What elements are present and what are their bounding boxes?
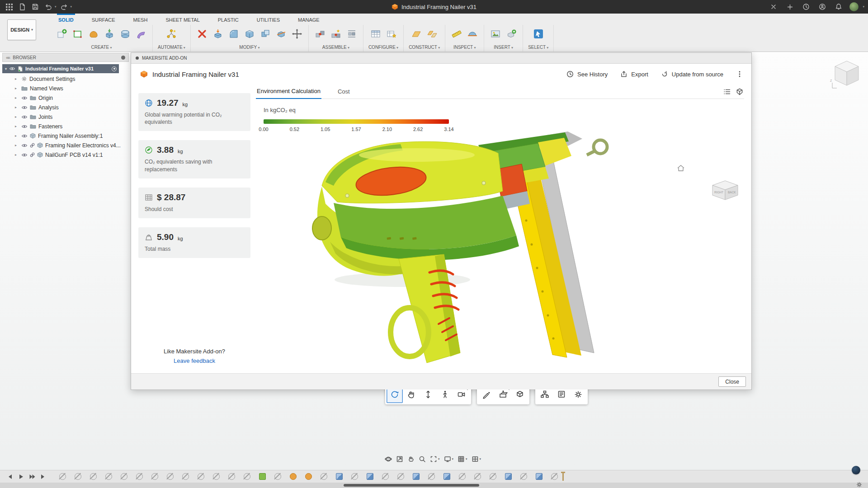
component-feature-icon[interactable]: [305, 473, 312, 480]
fast-forward-icon[interactable]: [28, 473, 36, 480]
sketch-feature-icon[interactable]: [259, 473, 266, 480]
suppressed-feature-icon[interactable]: [136, 473, 143, 480]
browser-item-fasteners[interactable]: ▸ Fasteners: [2, 122, 129, 131]
tab-environment-calculation[interactable]: Environment Calculation: [256, 88, 321, 99]
suppressed-feature-icon[interactable]: [90, 473, 97, 480]
caret-icon[interactable]: ▸: [15, 143, 19, 147]
new-component-icon[interactable]: [56, 27, 68, 41]
eye-icon[interactable]: [21, 124, 28, 129]
shell-icon[interactable]: [243, 27, 256, 41]
caret-icon[interactable]: ▸: [15, 153, 19, 157]
caret-icon[interactable]: ▸: [15, 105, 19, 109]
suppressed-feature-icon[interactable]: [551, 473, 558, 480]
canvas-icon[interactable]: [489, 27, 502, 41]
eye-icon[interactable]: [21, 115, 28, 119]
suppressed-feature-icon[interactable]: [459, 473, 466, 480]
list-view-icon[interactable]: [723, 88, 731, 95]
avatar[interactable]: [849, 2, 859, 11]
insert-mesh-icon[interactable]: [505, 27, 518, 41]
tab-cost[interactable]: Cost: [337, 88, 351, 99]
redo-caret-icon[interactable]: ▾: [71, 5, 72, 9]
eye-icon[interactable]: [21, 153, 28, 157]
rigid-group-icon[interactable]: [345, 27, 358, 41]
joint-feature-icon[interactable]: [536, 473, 542, 480]
suppressed-feature-icon[interactable]: [198, 473, 204, 480]
select-menu[interactable]: SELECT: [528, 45, 548, 50]
activate-radio-icon[interactable]: [112, 66, 117, 71]
timeline-position-marker[interactable]: [562, 473, 564, 481]
eye-icon[interactable]: [21, 105, 28, 110]
undo-icon[interactable]: [43, 2, 54, 12]
joint-feature-icon[interactable]: [336, 473, 343, 480]
browser-item-assembly[interactable]: ▸ Framing Nailer Assembly:1: [2, 131, 129, 141]
skip-start-icon[interactable]: [6, 473, 13, 480]
browser-item-pcb[interactable]: ▸ NailGunF PCB v14 v1:1: [2, 150, 129, 160]
suppressed-feature-icon[interactable]: [274, 473, 281, 480]
suppressed-feature-icon[interactable]: [228, 473, 235, 480]
configuration-table-icon[interactable]: [385, 27, 398, 41]
suppressed-feature-icon[interactable]: [182, 473, 189, 480]
suppressed-feature-icon[interactable]: [167, 473, 174, 480]
orbit-icon[interactable]: [385, 455, 392, 463]
browser-item-origin[interactable]: ▸ Origin: [2, 93, 129, 103]
delete-icon[interactable]: [196, 27, 208, 41]
mini-view-cube[interactable]: RIGHT BACK: [708, 179, 742, 202]
eye-icon[interactable]: [9, 66, 15, 71]
expand-caret-icon[interactable]: ▾: [5, 67, 7, 71]
suppressed-feature-icon[interactable]: [59, 473, 66, 480]
tab-sheet-metal[interactable]: SHEET METAL: [164, 14, 201, 25]
play-icon[interactable]: [17, 473, 24, 480]
suppressed-feature-icon[interactable]: [351, 473, 358, 480]
redo-icon[interactable]: [59, 2, 70, 12]
leave-feedback-link[interactable]: Leave feedback: [138, 357, 250, 366]
configure-icon[interactable]: [369, 27, 382, 41]
caret-icon[interactable]: ▸: [15, 115, 19, 119]
workspace-selector[interactable]: DESIGN▾: [7, 19, 36, 40]
viewports-icon[interactable]: ▾: [472, 455, 481, 463]
joint-icon[interactable]: [314, 27, 326, 41]
timeline-settings-gear-icon[interactable]: [856, 481, 863, 488]
midplane-icon[interactable]: [426, 27, 439, 41]
joint-feature-icon[interactable]: [443, 473, 450, 480]
suppressed-feature-icon[interactable]: [321, 473, 327, 480]
suppressed-feature-icon[interactable]: [151, 473, 158, 480]
skip-end-icon[interactable]: [40, 473, 47, 480]
timeline-scrollbar[interactable]: [344, 484, 479, 487]
caret-icon[interactable]: ▸: [15, 77, 19, 81]
file-icon[interactable]: [17, 2, 28, 12]
joint-feature-icon[interactable]: [413, 473, 420, 480]
suppressed-feature-icon[interactable]: [75, 473, 81, 480]
caret-icon[interactable]: ▸: [15, 86, 19, 90]
tab-surface[interactable]: SURFACE: [90, 14, 117, 25]
eye-icon[interactable]: [21, 96, 28, 100]
undo-caret-icon[interactable]: ▾: [55, 5, 57, 9]
display-settings-icon[interactable]: ▾: [444, 455, 454, 463]
tab-plastic[interactable]: PLASTIC: [217, 14, 240, 25]
suppressed-feature-icon[interactable]: [213, 473, 220, 480]
create-form-icon[interactable]: [87, 27, 100, 41]
look-at-icon[interactable]: [396, 455, 403, 463]
revolve-icon[interactable]: [119, 27, 132, 41]
configure-menu[interactable]: CONFIGURE: [368, 45, 398, 50]
component-feature-icon[interactable]: [290, 473, 297, 480]
suppressed-feature-icon[interactable]: [382, 473, 389, 480]
suppressed-feature-icon[interactable]: [428, 473, 435, 480]
canvas[interactable]: «« BROWSER ▾ Industrial Framing Nailer v…: [0, 52, 868, 488]
cube-view-icon[interactable]: [736, 88, 743, 95]
close-button[interactable]: Close: [718, 376, 746, 387]
construct-menu[interactable]: CONSTRUCT: [409, 45, 440, 50]
caret-icon[interactable]: ▸: [15, 124, 19, 128]
model-viewport[interactable]: RIGHT BACK: [256, 134, 744, 373]
model-3d-view[interactable]: [294, 128, 628, 367]
browser-item-joints[interactable]: ▸ Joints: [2, 112, 129, 122]
caret-icon[interactable]: ▸: [15, 134, 19, 138]
browser-item-named-views[interactable]: ▸ Named Views: [2, 84, 129, 93]
press-pull-icon[interactable]: [212, 27, 224, 41]
automate-icon[interactable]: [165, 27, 178, 41]
browser-options-icon[interactable]: [121, 56, 125, 60]
pan-icon[interactable]: [407, 455, 415, 463]
joint-feature-icon[interactable]: [367, 473, 373, 480]
suppressed-feature-icon[interactable]: [244, 473, 250, 480]
insert-menu[interactable]: INSERT: [494, 45, 513, 50]
section-analysis-icon[interactable]: [466, 27, 479, 41]
